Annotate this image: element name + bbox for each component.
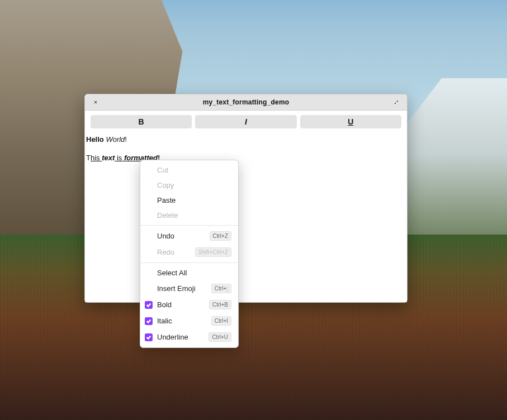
text-run: his	[91, 154, 102, 162]
window-title: my_text_formatting_demo	[85, 98, 407, 106]
menu-item-underline[interactable]: Underline Ctrl+U	[140, 329, 238, 345]
menu-item-insert-emoji[interactable]: Insert Emoji Ctrl+;	[140, 280, 238, 297]
bold-button-label: B	[139, 117, 144, 126]
menu-item-label: Paste	[157, 196, 231, 204]
check-icon	[145, 333, 153, 341]
text-run: is	[115, 154, 124, 162]
check-icon	[145, 301, 153, 309]
text-run: World	[106, 135, 125, 144]
italic-button[interactable]: I	[195, 115, 296, 128]
menu-item-paste[interactable]: Paste	[140, 193, 238, 208]
menu-item-accelerator: Ctrl+;	[211, 284, 231, 293]
menu-item-italic[interactable]: Italic Ctrl+I	[140, 313, 238, 329]
expand-icon	[395, 99, 398, 106]
menu-item-redo[interactable]: Redo Shift+Ctrl+Z	[140, 244, 238, 260]
menu-item-delete[interactable]: Delete	[140, 208, 238, 223]
editor-line-1: Hello World!	[86, 135, 406, 144]
check-icon	[145, 317, 153, 325]
menu-item-label: Underline	[157, 333, 204, 341]
menu-item-copy[interactable]: Copy	[140, 178, 238, 193]
close-icon	[94, 99, 97, 106]
text-run: T	[86, 154, 91, 162]
menu-item-undo[interactable]: Undo Ctrl+Z	[140, 228, 238, 244]
menu-item-label: Delete	[157, 211, 231, 219]
menu-item-accelerator: Ctrl+I	[211, 316, 231, 326]
menu-item-label: Redo	[157, 248, 191, 256]
menu-item-label: Insert Emoji	[157, 284, 207, 293]
menu-item-label: Undo	[157, 232, 205, 240]
editor-line-2: This text is formatted!	[86, 154, 406, 162]
menu-item-label: Italic	[157, 317, 207, 325]
app-window: my_text_formatting_demo B I U	[84, 94, 408, 303]
menu-item-cut[interactable]: Cut	[140, 163, 238, 178]
context-menu: Cut Copy Paste Delete Undo Ctrl+Z Redo S…	[140, 160, 239, 348]
menu-separator	[140, 225, 238, 226]
italic-button-label: I	[245, 117, 247, 126]
underline-button-label: U	[348, 117, 353, 126]
text-editor[interactable]: Hello World! This text is formatted!	[85, 132, 407, 302]
menu-item-label: Select All	[157, 269, 231, 277]
menu-separator	[140, 262, 238, 263]
format-toolbar: B I U	[85, 111, 407, 132]
menu-item-accelerator: Ctrl+B	[209, 300, 231, 309]
menu-item-label: Copy	[157, 181, 231, 189]
menu-item-label: Cut	[157, 166, 231, 174]
menu-item-bold[interactable]: Bold Ctrl+B	[140, 297, 238, 313]
menu-item-accelerator: Shift+Ctrl+Z	[195, 247, 231, 257]
titlebar[interactable]: my_text_formatting_demo	[85, 94, 407, 111]
underline-button[interactable]: U	[300, 115, 401, 128]
close-button[interactable]	[91, 94, 101, 110]
desktop: my_text_formatting_demo B I U	[0, 0, 507, 420]
menu-item-accelerator: Ctrl+Z	[210, 231, 232, 241]
menu-item-label: Bold	[157, 300, 205, 309]
text-run: text	[102, 154, 115, 162]
text-run: Hello	[86, 135, 106, 144]
bold-button[interactable]: B	[91, 115, 192, 128]
menu-item-select-all[interactable]: Select All	[140, 265, 238, 280]
text-run: !	[125, 135, 127, 144]
maximize-button[interactable]	[391, 94, 401, 110]
menu-item-accelerator: Ctrl+U	[209, 332, 231, 342]
